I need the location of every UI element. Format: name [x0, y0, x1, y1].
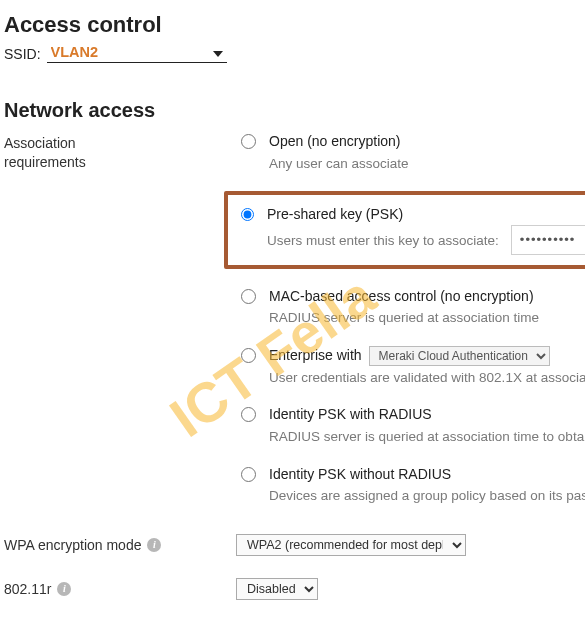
option-enterprise-title: Enterprise with Meraki Cloud Authenticat…	[269, 346, 585, 366]
info-icon[interactable]: i	[57, 582, 71, 596]
option-open-title: Open (no encryption)	[269, 132, 585, 152]
option-enterprise-desc: User credentials are validated with 802.…	[269, 368, 585, 388]
wpa-mode-select[interactable]: WPA2 (recommended for most deployments)	[236, 534, 466, 556]
radio-mac[interactable]	[241, 289, 256, 304]
wpa-label: WPA encryption mode i	[4, 537, 224, 553]
option-mac-title: MAC-based access control (no encryption)	[269, 287, 585, 307]
dot11r-select[interactable]: Disabled	[236, 578, 318, 600]
option-psk-desc: Users must enter this key to associate:	[267, 231, 499, 251]
option-ipsk-radius[interactable]: Identity PSK with RADIUS RADIUS server i…	[236, 405, 585, 446]
option-ipsk-radius-title: Identity PSK with RADIUS	[269, 405, 585, 425]
option-ipsk-noradius-desc: Devices are assigned a group policy base…	[269, 486, 585, 506]
dot11r-label: 802.11r i	[4, 581, 224, 597]
option-psk-title: Pre-shared key (PSK)	[267, 205, 585, 225]
option-open-desc: Any user can associate	[269, 154, 585, 174]
info-icon[interactable]: i	[147, 538, 161, 552]
radio-open[interactable]	[241, 134, 256, 149]
psk-key-input[interactable]	[511, 225, 585, 255]
ssid-select[interactable]: VLAN2	[47, 44, 227, 63]
enterprise-auth-select[interactable]: Meraki Cloud Authentication	[369, 346, 550, 366]
option-mac-desc: RADIUS server is queried at association …	[269, 308, 585, 328]
association-requirements-label: Association requirements	[4, 132, 224, 172]
ssid-label: SSID:	[4, 46, 41, 62]
option-ipsk-noradius-title: Identity PSK without RADIUS	[269, 465, 585, 485]
radio-ipsk-noradius[interactable]	[241, 467, 256, 482]
option-psk-highlight: Pre-shared key (PSK) Users must enter th…	[224, 191, 585, 269]
network-access-heading: Network access	[4, 99, 585, 122]
radio-ipsk-radius[interactable]	[241, 407, 256, 422]
option-enterprise[interactable]: Enterprise with Meraki Cloud Authenticat…	[236, 346, 585, 388]
page-title: Access control	[4, 12, 585, 38]
radio-psk[interactable]	[241, 208, 254, 221]
option-ipsk-noradius[interactable]: Identity PSK without RADIUS Devices are …	[236, 465, 585, 506]
option-mac[interactable]: MAC-based access control (no encryption)…	[236, 287, 585, 328]
option-open[interactable]: Open (no encryption) Any user can associ…	[236, 132, 585, 173]
radio-enterprise[interactable]	[241, 348, 256, 363]
option-ipsk-radius-desc: RADIUS server is queried at association …	[269, 427, 585, 447]
